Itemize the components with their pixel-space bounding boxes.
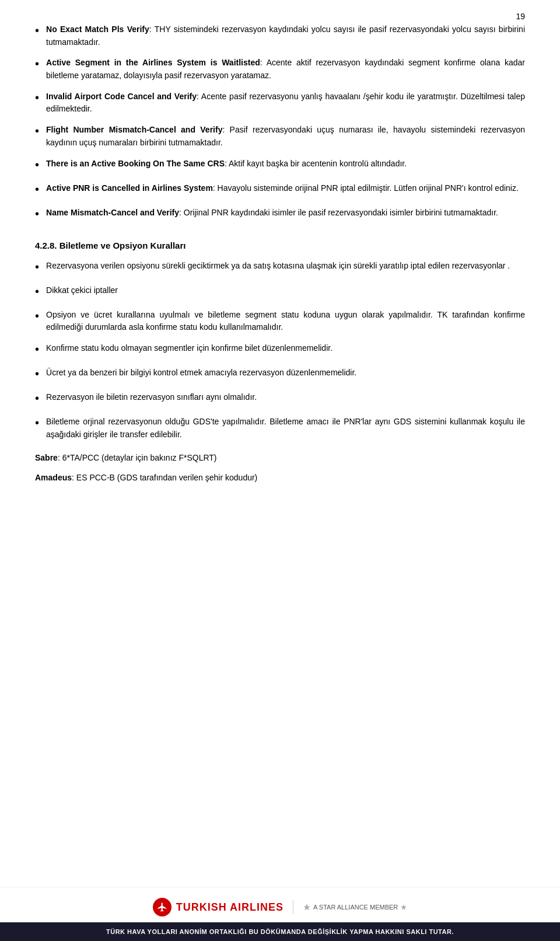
list-item: • Name Mismatch-Cancel and Verify: Oriji… <box>35 207 525 223</box>
sabre-text: : 6*TA/PCC (detaylar için bakınız F*SQLR… <box>58 453 217 462</box>
top-bullet-list: • No Exact Match Pls Verify: THY sistemi… <box>35 23 525 223</box>
bullet-dot: • <box>35 89 39 107</box>
bullet-text: : Aktif kayıt başka bir acentenin kontro… <box>225 159 407 168</box>
amadeus-line: Amadeus: ES PCC-B (GDS tarafından verile… <box>35 471 525 485</box>
bullet-dot: • <box>35 258 39 276</box>
footer-logo-area: TURKISH AIRLINES A STAR ALLIANCE MEMBER <box>0 887 560 922</box>
list-item: • Rezervasyona verilen opsiyonu sürekli … <box>35 260 525 276</box>
bold-label: Flight Number Mismatch-Cancel and Verify <box>46 125 222 134</box>
list-item: • Ücret ya da benzeri bir bilgiyi kontro… <box>35 367 525 383</box>
page-number: 19 <box>516 12 525 21</box>
sabre-label: Sabre <box>35 453 58 462</box>
bullet-dot: • <box>35 22 39 40</box>
bullet-content: Rezervasyon ile biletin rezervasyon sını… <box>46 391 525 404</box>
bullet-content: Active Segment in the Airlines System is… <box>46 57 525 82</box>
star-small-icon <box>400 904 407 911</box>
bullet-text: : Havayolu sisteminde orijinal PNR iptal… <box>213 183 519 193</box>
amadeus-text: : ES PCC-B (GDS tarafından verilen şehir… <box>72 473 257 482</box>
bullet-dot: • <box>35 389 39 407</box>
bullet-dot: • <box>35 205 39 223</box>
amadeus-label: Amadeus <box>35 473 72 482</box>
bullet-dot: • <box>35 340 39 358</box>
sabre-amadeus-section: Sabre: 6*TA/PCC (detaylar için bakınız F… <box>35 451 525 485</box>
list-item: • Konfirme statu kodu olmayan segmentler… <box>35 342 525 358</box>
bullet-content: There is an Active Booking On The Same C… <box>46 158 525 170</box>
bullet-dot: • <box>35 156 39 174</box>
brand-text: TURKISH AIRLINES <box>176 901 284 914</box>
bullet-dot: • <box>35 365 39 383</box>
bullet-content: Flight Number Mismatch-Cancel and Verify… <box>46 124 525 149</box>
plane-icon <box>153 898 172 916</box>
bullet-text: : Orijinal PNR kaydındaki isimler ile pa… <box>179 208 498 217</box>
bullet-content: Name Mismatch-Cancel and Verify: Orijina… <box>46 207 525 219</box>
plane-svg <box>157 902 167 912</box>
list-item: • Active Segment in the Airlines System … <box>35 57 525 82</box>
bullet-content: Active PNR is Cancelled in Airlines Syst… <box>46 182 525 195</box>
star-alliance: A STAR ALLIANCE MEMBER <box>303 903 407 911</box>
sabre-line: Sabre: 6*TA/PCC (detaylar için bakınız F… <box>35 451 525 465</box>
list-item: • Biletleme orjinal rezervasyonun olduğu… <box>35 416 525 441</box>
bold-label: Active PNR is Cancelled in Airlines Syst… <box>46 183 213 193</box>
list-item: • Opsiyon ve ücret kurallarına uyulmalı … <box>35 309 525 334</box>
list-item: • Active PNR is Cancelled in Airlines Sy… <box>35 182 525 198</box>
list-item: • There is an Active Booking On The Same… <box>35 158 525 174</box>
divider <box>293 900 293 914</box>
bold-label: Name Mismatch-Cancel and Verify <box>46 208 179 217</box>
star-text: A STAR ALLIANCE MEMBER <box>313 904 398 911</box>
bullet-dot: • <box>35 55 39 73</box>
bullet-dot: • <box>35 180 39 198</box>
bold-label: There is an Active Booking On The Same C… <box>46 159 225 168</box>
bullet-dot: • <box>35 283 39 301</box>
bold-label: Invalid Airport Code Cancel and Verify <box>46 92 197 101</box>
bullet-dot: • <box>35 307 39 325</box>
list-item: • Rezervasyon ile biletin rezervasyon sı… <box>35 391 525 407</box>
bold-label: Active Segment in the Airlines System is… <box>46 58 260 67</box>
brand-logo: TURKISH AIRLINES A STAR ALLIANCE MEMBER <box>153 898 408 916</box>
bullet-content: Dikkat çekici iptaller <box>46 284 525 297</box>
list-item: • No Exact Match Pls Verify: THY sistemi… <box>35 23 525 48</box>
bold-label: No Exact Match Pls Verify <box>46 25 149 34</box>
footer: TURKISH AIRLINES A STAR ALLIANCE MEMBER … <box>0 887 560 941</box>
page-content: 19 • No Exact Match Pls Verify: THY sist… <box>0 0 560 543</box>
brand-name: TURKISH AIRLINES <box>176 901 284 913</box>
star-icon <box>303 903 311 911</box>
bullet-content: Konfirme statu kodu olmayan segmentler i… <box>46 342 525 355</box>
bullet-content: Rezervasyona verilen opsiyonu sürekli ge… <box>46 260 525 273</box>
bullet-dot: • <box>35 414 39 432</box>
bullet-content: Biletleme orjinal rezervasyonun olduğu G… <box>46 416 525 441</box>
bullet-content: Ücret ya da benzeri bir bilgiyi kontrol … <box>46 367 525 379</box>
list-item: • Flight Number Mismatch-Cancel and Veri… <box>35 124 525 149</box>
section-heading: 4.2.8. Biletleme ve Opsiyon Kuralları <box>35 241 525 250</box>
bullet-content: Opsiyon ve ücret kurallarına uyulmalı ve… <box>46 309 525 334</box>
list-item: • Invalid Airport Code Cancel and Verify… <box>35 90 525 116</box>
footer-legal: TÜRK HAVA YOLLARI ANONİM ORTAKLIĞI BU DÖ… <box>106 928 454 935</box>
section-bullet-list: • Rezervasyona verilen opsiyonu sürekli … <box>35 260 525 441</box>
footer-bottom-text: TÜRK HAVA YOLLARI ANONİM ORTAKLIĞI BU DÖ… <box>0 922 560 941</box>
bullet-content: No Exact Match Pls Verify: THY sistemind… <box>46 23 525 48</box>
bullet-content: Invalid Airport Code Cancel and Verify: … <box>46 90 525 116</box>
list-item: • Dikkat çekici iptaller <box>35 284 525 301</box>
bullet-dot: • <box>35 122 39 140</box>
